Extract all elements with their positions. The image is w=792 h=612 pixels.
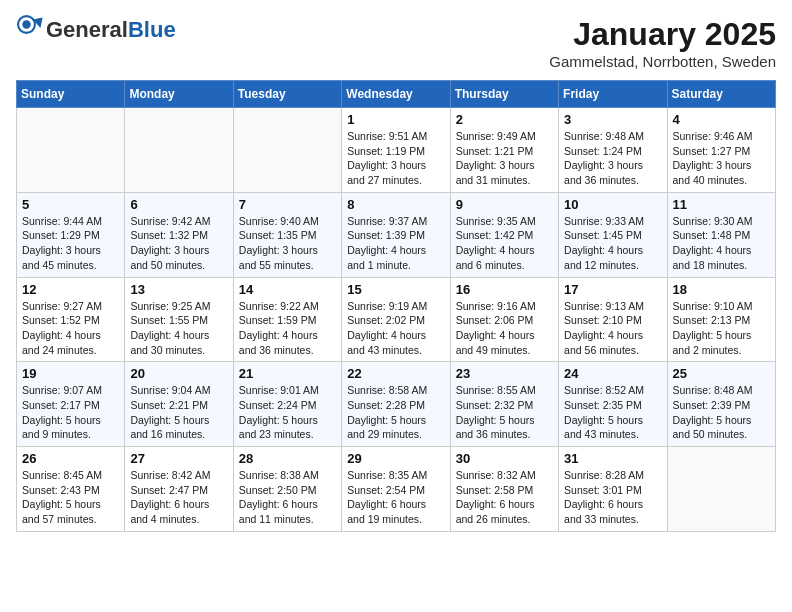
day-detail: Sunrise: 9:01 AM Sunset: 2:24 PM Dayligh… [239, 383, 336, 442]
calendar-cell: 7Sunrise: 9:40 AM Sunset: 1:35 PM Daylig… [233, 192, 341, 277]
day-number: 1 [347, 112, 444, 127]
day-detail: Sunrise: 9:30 AM Sunset: 1:48 PM Dayligh… [673, 214, 770, 273]
day-number: 29 [347, 451, 444, 466]
day-detail: Sunrise: 9:10 AM Sunset: 2:13 PM Dayligh… [673, 299, 770, 358]
logo: GeneralBlue [16, 16, 176, 44]
calendar-cell: 12Sunrise: 9:27 AM Sunset: 1:52 PM Dayli… [17, 277, 125, 362]
weekday-header-saturday: Saturday [667, 81, 775, 108]
calendar-cell: 10Sunrise: 9:33 AM Sunset: 1:45 PM Dayli… [559, 192, 667, 277]
calendar-cell: 2Sunrise: 9:49 AM Sunset: 1:21 PM Daylig… [450, 108, 558, 193]
calendar-cell [17, 108, 125, 193]
day-number: 15 [347, 282, 444, 297]
day-number: 30 [456, 451, 553, 466]
calendar-cell: 13Sunrise: 9:25 AM Sunset: 1:55 PM Dayli… [125, 277, 233, 362]
calendar-cell: 3Sunrise: 9:48 AM Sunset: 1:24 PM Daylig… [559, 108, 667, 193]
calendar-table: SundayMondayTuesdayWednesdayThursdayFrid… [16, 80, 776, 532]
day-detail: Sunrise: 9:13 AM Sunset: 2:10 PM Dayligh… [564, 299, 661, 358]
day-detail: Sunrise: 9:07 AM Sunset: 2:17 PM Dayligh… [22, 383, 119, 442]
calendar-cell: 19Sunrise: 9:07 AM Sunset: 2:17 PM Dayli… [17, 362, 125, 447]
day-detail: Sunrise: 9:33 AM Sunset: 1:45 PM Dayligh… [564, 214, 661, 273]
day-detail: Sunrise: 9:40 AM Sunset: 1:35 PM Dayligh… [239, 214, 336, 273]
day-detail: Sunrise: 9:19 AM Sunset: 2:02 PM Dayligh… [347, 299, 444, 358]
day-detail: Sunrise: 9:46 AM Sunset: 1:27 PM Dayligh… [673, 129, 770, 188]
day-number: 20 [130, 366, 227, 381]
day-detail: Sunrise: 9:49 AM Sunset: 1:21 PM Dayligh… [456, 129, 553, 188]
calendar-cell: 23Sunrise: 8:55 AM Sunset: 2:32 PM Dayli… [450, 362, 558, 447]
calendar-cell: 16Sunrise: 9:16 AM Sunset: 2:06 PM Dayli… [450, 277, 558, 362]
day-number: 18 [673, 282, 770, 297]
day-detail: Sunrise: 9:27 AM Sunset: 1:52 PM Dayligh… [22, 299, 119, 358]
logo-general-text: General [46, 17, 128, 42]
calendar-cell: 15Sunrise: 9:19 AM Sunset: 2:02 PM Dayli… [342, 277, 450, 362]
calendar-cell: 24Sunrise: 8:52 AM Sunset: 2:35 PM Dayli… [559, 362, 667, 447]
day-number: 9 [456, 197, 553, 212]
logo-blue-text: Blue [128, 17, 176, 42]
calendar-cell: 21Sunrise: 9:01 AM Sunset: 2:24 PM Dayli… [233, 362, 341, 447]
day-number: 3 [564, 112, 661, 127]
calendar-cell: 8Sunrise: 9:37 AM Sunset: 1:39 PM Daylig… [342, 192, 450, 277]
day-detail: Sunrise: 8:42 AM Sunset: 2:47 PM Dayligh… [130, 468, 227, 527]
calendar-cell: 17Sunrise: 9:13 AM Sunset: 2:10 PM Dayli… [559, 277, 667, 362]
day-number: 27 [130, 451, 227, 466]
title-block: January 2025 Gammelstad, Norrbotten, Swe… [549, 16, 776, 70]
day-detail: Sunrise: 9:04 AM Sunset: 2:21 PM Dayligh… [130, 383, 227, 442]
day-number: 28 [239, 451, 336, 466]
day-number: 11 [673, 197, 770, 212]
location-title: Gammelstad, Norrbotten, Sweden [549, 53, 776, 70]
weekday-header-monday: Monday [125, 81, 233, 108]
day-detail: Sunrise: 8:28 AM Sunset: 3:01 PM Dayligh… [564, 468, 661, 527]
day-number: 6 [130, 197, 227, 212]
day-detail: Sunrise: 8:52 AM Sunset: 2:35 PM Dayligh… [564, 383, 661, 442]
calendar-cell: 1Sunrise: 9:51 AM Sunset: 1:19 PM Daylig… [342, 108, 450, 193]
day-number: 14 [239, 282, 336, 297]
day-detail: Sunrise: 8:45 AM Sunset: 2:43 PM Dayligh… [22, 468, 119, 527]
calendar-cell: 31Sunrise: 8:28 AM Sunset: 3:01 PM Dayli… [559, 447, 667, 532]
calendar-cell: 6Sunrise: 9:42 AM Sunset: 1:32 PM Daylig… [125, 192, 233, 277]
calendar-cell: 28Sunrise: 8:38 AM Sunset: 2:50 PM Dayli… [233, 447, 341, 532]
calendar-cell: 25Sunrise: 8:48 AM Sunset: 2:39 PM Dayli… [667, 362, 775, 447]
day-number: 31 [564, 451, 661, 466]
day-detail: Sunrise: 9:37 AM Sunset: 1:39 PM Dayligh… [347, 214, 444, 273]
calendar-cell: 27Sunrise: 8:42 AM Sunset: 2:47 PM Dayli… [125, 447, 233, 532]
weekday-header-wednesday: Wednesday [342, 81, 450, 108]
calendar-cell [233, 108, 341, 193]
day-number: 24 [564, 366, 661, 381]
weekday-header-thursday: Thursday [450, 81, 558, 108]
calendar-cell: 22Sunrise: 8:58 AM Sunset: 2:28 PM Dayli… [342, 362, 450, 447]
week-row-2: 5Sunrise: 9:44 AM Sunset: 1:29 PM Daylig… [17, 192, 776, 277]
day-detail: Sunrise: 9:35 AM Sunset: 1:42 PM Dayligh… [456, 214, 553, 273]
calendar-cell [667, 447, 775, 532]
day-detail: Sunrise: 8:55 AM Sunset: 2:32 PM Dayligh… [456, 383, 553, 442]
day-number: 2 [456, 112, 553, 127]
week-row-5: 26Sunrise: 8:45 AM Sunset: 2:43 PM Dayli… [17, 447, 776, 532]
week-row-4: 19Sunrise: 9:07 AM Sunset: 2:17 PM Dayli… [17, 362, 776, 447]
day-number: 25 [673, 366, 770, 381]
calendar-cell: 18Sunrise: 9:10 AM Sunset: 2:13 PM Dayli… [667, 277, 775, 362]
day-detail: Sunrise: 9:25 AM Sunset: 1:55 PM Dayligh… [130, 299, 227, 358]
logo-icon [16, 14, 44, 42]
month-title: January 2025 [549, 16, 776, 53]
calendar-cell: 26Sunrise: 8:45 AM Sunset: 2:43 PM Dayli… [17, 447, 125, 532]
day-number: 4 [673, 112, 770, 127]
weekday-header-row: SundayMondayTuesdayWednesdayThursdayFrid… [17, 81, 776, 108]
calendar-cell: 9Sunrise: 9:35 AM Sunset: 1:42 PM Daylig… [450, 192, 558, 277]
day-number: 10 [564, 197, 661, 212]
calendar-cell: 30Sunrise: 8:32 AM Sunset: 2:58 PM Dayli… [450, 447, 558, 532]
day-number: 16 [456, 282, 553, 297]
week-row-3: 12Sunrise: 9:27 AM Sunset: 1:52 PM Dayli… [17, 277, 776, 362]
day-detail: Sunrise: 9:51 AM Sunset: 1:19 PM Dayligh… [347, 129, 444, 188]
day-detail: Sunrise: 8:58 AM Sunset: 2:28 PM Dayligh… [347, 383, 444, 442]
day-detail: Sunrise: 8:38 AM Sunset: 2:50 PM Dayligh… [239, 468, 336, 527]
day-number: 13 [130, 282, 227, 297]
calendar-cell: 4Sunrise: 9:46 AM Sunset: 1:27 PM Daylig… [667, 108, 775, 193]
calendar-cell [125, 108, 233, 193]
day-detail: Sunrise: 9:48 AM Sunset: 1:24 PM Dayligh… [564, 129, 661, 188]
svg-point-1 [22, 20, 30, 28]
day-detail: Sunrise: 9:22 AM Sunset: 1:59 PM Dayligh… [239, 299, 336, 358]
calendar-cell: 20Sunrise: 9:04 AM Sunset: 2:21 PM Dayli… [125, 362, 233, 447]
day-number: 21 [239, 366, 336, 381]
calendar-cell: 11Sunrise: 9:30 AM Sunset: 1:48 PM Dayli… [667, 192, 775, 277]
day-detail: Sunrise: 9:44 AM Sunset: 1:29 PM Dayligh… [22, 214, 119, 273]
day-detail: Sunrise: 8:35 AM Sunset: 2:54 PM Dayligh… [347, 468, 444, 527]
day-number: 22 [347, 366, 444, 381]
